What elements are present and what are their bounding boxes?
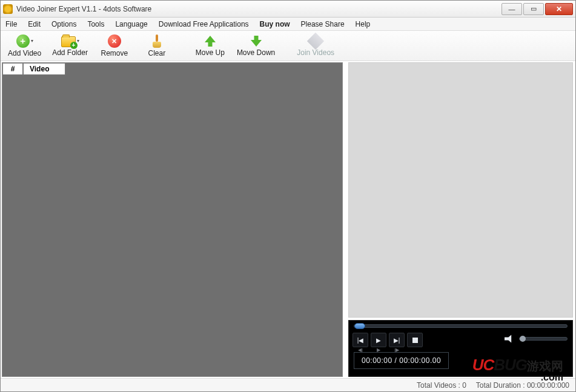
right-panel: |◀◀| ▶▶ ▶||▶ 00:00:00 / 00:00:00.00 <box>345 61 575 378</box>
app-icon <box>3 4 13 14</box>
seek-bar[interactable] <box>354 324 568 328</box>
statusbar: Total Videos : 0 Total Duration : 00:00:… <box>1 378 575 391</box>
remove-button[interactable]: Remove <box>95 32 134 60</box>
maximize-icon: ▭ <box>531 5 537 13</box>
minimize-button[interactable]: ― <box>502 3 522 15</box>
stop-button[interactable] <box>407 333 423 347</box>
menu-options[interactable]: Options <box>51 20 76 28</box>
stop-icon <box>412 338 418 343</box>
menu-tools[interactable]: Tools <box>87 20 104 28</box>
total-videos: Total Videos : 0 <box>417 381 466 390</box>
arrow-down-icon <box>250 35 262 47</box>
broom-icon <box>151 34 162 48</box>
clear-label: Clear <box>148 49 166 57</box>
window-title: Video Joiner Expert V1.1 - 4dots Softwar… <box>16 5 502 13</box>
remove-icon <box>108 34 121 48</box>
remove-label: Remove <box>101 49 128 57</box>
skip-next-icon: ▶| <box>394 337 400 344</box>
prev-button[interactable]: |◀◀| <box>353 333 368 347</box>
video-grid[interactable]: # Video <box>2 62 343 377</box>
dropdown-icon: ▾ <box>31 38 33 44</box>
maximize-button[interactable]: ▭ <box>523 3 544 15</box>
main-area: # Video |◀◀| ▶▶ ▶||▶ <box>1 61 575 378</box>
menubar: File Edit Options Tools Language Downloa… <box>1 18 575 31</box>
total-videos-value: 0 <box>462 381 466 390</box>
speaker-icon[interactable] <box>505 334 514 344</box>
move-up-label: Move Up <box>196 48 225 57</box>
col-video[interactable]: Video <box>23 63 65 75</box>
volume-thumb[interactable] <box>520 336 526 342</box>
total-duration-label: Total Duration : <box>476 381 525 390</box>
minimize-icon: ― <box>509 5 515 13</box>
time-display: 00:00:00 / 00:00:00.00 <box>354 352 449 369</box>
add-folder-button[interactable]: ▾ Add Folder <box>48 32 91 60</box>
menu-share[interactable]: Please Share <box>301 20 345 28</box>
volume-area <box>505 334 568 344</box>
clear-button[interactable]: Clear <box>137 32 176 60</box>
join-videos-button[interactable]: Join Videos <box>293 32 338 60</box>
dropdown-icon: ▾ <box>77 38 79 44</box>
grid-header: # Video <box>2 63 342 75</box>
add-folder-label: Add Folder <box>52 48 88 57</box>
window-buttons: ― ▭ ✕ <box>502 3 573 15</box>
col-number[interactable]: # <box>2 63 23 75</box>
volume-slider[interactable] <box>519 337 568 341</box>
play-icon: ▶ <box>376 337 381 344</box>
folder-icon <box>61 36 76 47</box>
seek-thumb[interactable] <box>354 323 365 329</box>
total-duration: Total Duration : 00:00:00:000 <box>476 381 569 390</box>
move-down-label: Move Down <box>237 48 275 57</box>
close-icon: ✕ <box>556 5 562 13</box>
add-icon <box>16 34 30 48</box>
menu-language[interactable]: Language <box>115 20 147 28</box>
add-video-button[interactable]: ▾ Add Video <box>4 32 45 60</box>
menu-buynow[interactable]: Buy now <box>260 20 290 28</box>
move-up-button[interactable]: Move Up <box>191 32 230 60</box>
preview-area <box>348 62 573 318</box>
play-button[interactable]: ▶▶ <box>371 333 386 347</box>
menu-edit[interactable]: Edit <box>28 20 41 28</box>
total-videos-label: Total Videos : <box>417 381 460 390</box>
next-button[interactable]: ▶||▶ <box>389 333 405 347</box>
arrow-up-icon <box>204 35 216 47</box>
menu-download[interactable]: Download Free Applications <box>159 20 249 28</box>
close-button[interactable]: ✕ <box>545 3 573 15</box>
app-window: Video Joiner Expert V1.1 - 4dots Softwar… <box>0 0 576 392</box>
left-panel: # Video <box>1 61 345 378</box>
total-duration-value: 00:00:00:000 <box>527 381 569 390</box>
move-down-button[interactable]: Move Down <box>233 32 279 60</box>
player: |◀◀| ▶▶ ▶||▶ 00:00:00 / 00:00:00.00 <box>348 320 573 377</box>
add-video-label: Add Video <box>8 49 41 57</box>
diamond-icon <box>307 32 324 49</box>
menu-file[interactable]: File <box>5 20 17 28</box>
player-controls: |◀◀| ▶▶ ▶||▶ <box>353 333 423 347</box>
toolbar: ▾ Add Video ▾ Add Folder Remove Clear Mo… <box>1 31 575 61</box>
skip-prev-icon: |◀ <box>357 337 364 344</box>
menu-help[interactable]: Help <box>356 20 371 28</box>
titlebar: Video Joiner Expert V1.1 - 4dots Softwar… <box>1 1 575 18</box>
